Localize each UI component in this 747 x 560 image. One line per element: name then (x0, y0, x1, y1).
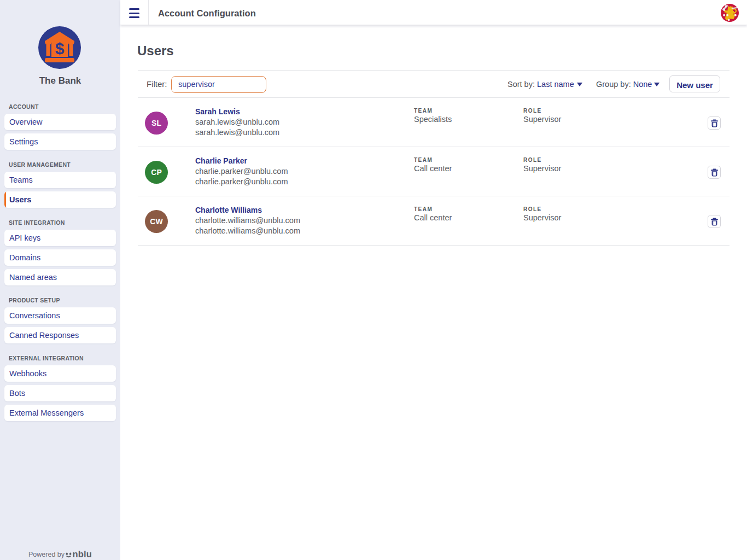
svg-text:$: $ (55, 39, 65, 57)
svg-text:Powered by: Powered by (28, 551, 65, 558)
svg-text:nblu: nblu (72, 549, 92, 559)
